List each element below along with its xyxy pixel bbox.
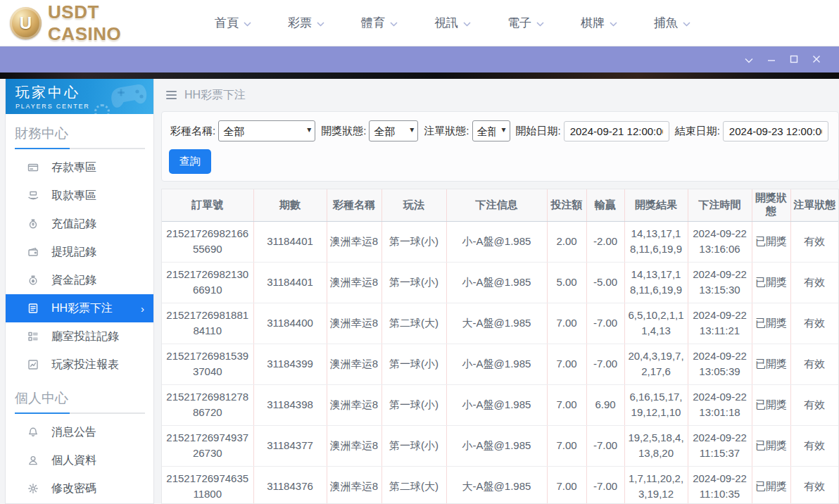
table-cell: 31184401: [253, 221, 327, 262]
table-cell: 2024-09-22 11:15:37: [688, 425, 752, 466]
table-cell: 2024-09-22 13:16:06: [688, 221, 752, 262]
menu-hamburger-icon[interactable]: [166, 91, 177, 99]
column-header: 訂單號: [162, 189, 253, 221]
nav-item-1[interactable]: 彩票: [270, 15, 343, 31]
table-cell: 有效: [790, 466, 838, 504]
gear-icon: [27, 483, 39, 494]
table-cell: 第一球(小): [381, 344, 446, 384]
nav-item-label: 體育: [361, 15, 385, 31]
table-cell: 7.00: [547, 425, 586, 466]
table-cell: 第一球(小): [381, 262, 446, 303]
order-status-select[interactable]: 全部: [472, 120, 510, 141]
table-cell: 澳洲幸运8: [327, 384, 381, 425]
end-date-label: 結束日期:: [675, 125, 720, 138]
sidebar-item-修改密碼[interactable]: 修改密碼: [6, 474, 153, 503]
sidebar-section-title: 財務中心: [6, 114, 153, 148]
sidebar-item-label: 消息公告: [51, 425, 96, 440]
table-cell: 31184400: [253, 303, 327, 344]
sidebar-item-廳室投註記錄[interactable]: 廳室投註記錄: [6, 322, 153, 351]
table-cell: 有效: [790, 425, 838, 466]
start-date-input[interactable]: [564, 121, 669, 141]
sidebar-item-label: 充值記錄: [51, 217, 96, 232]
nav-item-3[interactable]: 視訊: [416, 15, 489, 31]
nav-item-label: 捕魚: [654, 15, 678, 31]
lottery-bet-icon: [27, 303, 39, 314]
table-cell: 31184377: [253, 425, 327, 466]
lottery-name-select[interactable]: 全部: [218, 120, 315, 141]
table-cell: 已開獎: [752, 425, 790, 466]
sidebar-item-label: 資金記錄: [51, 273, 96, 288]
close-icon: [812, 53, 821, 66]
table-cell: 6.90: [586, 384, 624, 425]
table-cell: 2024-09-22 11:10:35: [688, 466, 752, 504]
table-cell: 第二球(大): [381, 303, 446, 344]
lottery-name-label: 彩種名稱:: [170, 125, 215, 138]
nav-item-2[interactable]: 體育: [343, 15, 416, 31]
table-cell: 2152172698127886720: [162, 384, 253, 425]
table-cell: 有效: [790, 303, 838, 344]
table-cell: -7.00: [586, 303, 624, 344]
table-cell: 6,16,15,17,19,12,1,10: [624, 384, 688, 425]
table-cell: 澳洲幸运8: [327, 303, 381, 344]
table-cell: 第一球(小): [381, 221, 446, 262]
window-minimize-button[interactable]: [760, 51, 783, 69]
lottery-name-select-wrap: 全部: [218, 120, 315, 141]
nav-item-label: 棋牌: [581, 15, 605, 31]
nav-item-6[interactable]: 捕魚: [636, 15, 709, 31]
table-cell: 2152172698188184110: [162, 303, 253, 344]
column-header: 下注信息: [446, 189, 547, 221]
table-cell: 31184376: [253, 466, 327, 504]
sidebar-item-存款專區[interactable]: 存款專區: [6, 153, 153, 182]
search-button[interactable]: 查詢: [169, 149, 211, 174]
end-date-input[interactable]: [723, 121, 828, 141]
usdt-coin-logo-icon: U: [10, 7, 42, 39]
table-cell: 6,5,10,2,1,11,4,13: [624, 303, 688, 344]
bell-icon: [27, 427, 39, 438]
table-cell: 大-A盤@1.985: [446, 466, 547, 504]
table-cell: 2.00: [547, 221, 586, 262]
brand-name: USDT CASINO: [48, 1, 175, 45]
nav-item-5[interactable]: 棋牌: [562, 15, 636, 31]
sidebar-item-提現記錄[interactable]: 提現記錄: [6, 238, 153, 266]
window-maximize-button[interactable]: [783, 51, 805, 69]
bets-table: 訂單號期數彩種名稱玩法下注信息投注額輸贏開獎結果下注時間開獎狀態注單狀態 215…: [162, 189, 838, 504]
window-collapse-button[interactable]: [738, 51, 760, 69]
sidebar-item-充值記錄[interactable]: 充值記錄: [6, 210, 153, 238]
table-cell: 有效: [790, 384, 838, 425]
table-row: 215217269749372673031184377澳洲幸运8第一球(小)小-…: [162, 425, 838, 466]
table-cell: 7.00: [547, 344, 586, 384]
sidebar-section-title: 個人中心: [6, 379, 153, 412]
sidebar-item-取款專區[interactable]: 取款專區: [6, 182, 153, 210]
sidebar-item-label: 修改密碼: [51, 481, 96, 496]
room-bet-record-icon: [27, 331, 39, 342]
sidebar-item-資金記錄[interactable]: 資金記錄: [6, 266, 153, 294]
table-cell: 已開獎: [752, 384, 790, 425]
window-titlebar: [0, 46, 839, 73]
nav-item-0[interactable]: 首頁: [196, 15, 270, 31]
nav-item-4[interactable]: 電子: [489, 15, 562, 31]
window-close-button[interactable]: [805, 51, 828, 69]
filter-panel: 彩種名稱: 全部 開獎狀態: 全部 注單狀態: 全部: [161, 111, 839, 182]
table-cell: 2152172697463511800: [162, 466, 253, 504]
order-status-select-wrap: 全部: [472, 120, 510, 141]
table-cell: 澳洲幸运8: [327, 425, 381, 466]
table-row: 215217269821306691031184401澳洲幸运8第一球(小)小-…: [162, 262, 838, 303]
table-cell: 已開獎: [752, 344, 790, 384]
sidebar-item-label: 個人資料: [51, 453, 96, 468]
column-header: 開獎結果: [624, 189, 688, 221]
table-cell: 2024-09-22 13:05:39: [688, 344, 752, 384]
sidebar-item-消息公告[interactable]: 消息公告: [6, 418, 153, 446]
draw-status-select[interactable]: 全部: [369, 120, 418, 141]
minimize-icon: [767, 53, 776, 66]
table-cell: 20,4,3,19,7,2,17,6: [624, 344, 688, 384]
sidebar-item-玩家投注報表[interactable]: 玩家投注報表: [6, 351, 153, 379]
table-cell: 7.00: [547, 466, 586, 504]
table-cell: 14,13,17,18,11,6,19,9: [624, 262, 688, 303]
nav-item-label: 彩票: [288, 15, 312, 31]
brand-logo[interactable]: U USDT CASINO: [10, 1, 175, 45]
table-cell: 1,7,11,20,2,3,19,12: [624, 466, 688, 504]
table-cell: 第一球(小): [381, 384, 446, 425]
sidebar-item-個人資料[interactable]: 個人資料: [6, 446, 153, 474]
sidebar-item-HH彩票下注[interactable]: HH彩票下注›: [6, 294, 153, 322]
table-cell: -5.00: [586, 262, 624, 303]
